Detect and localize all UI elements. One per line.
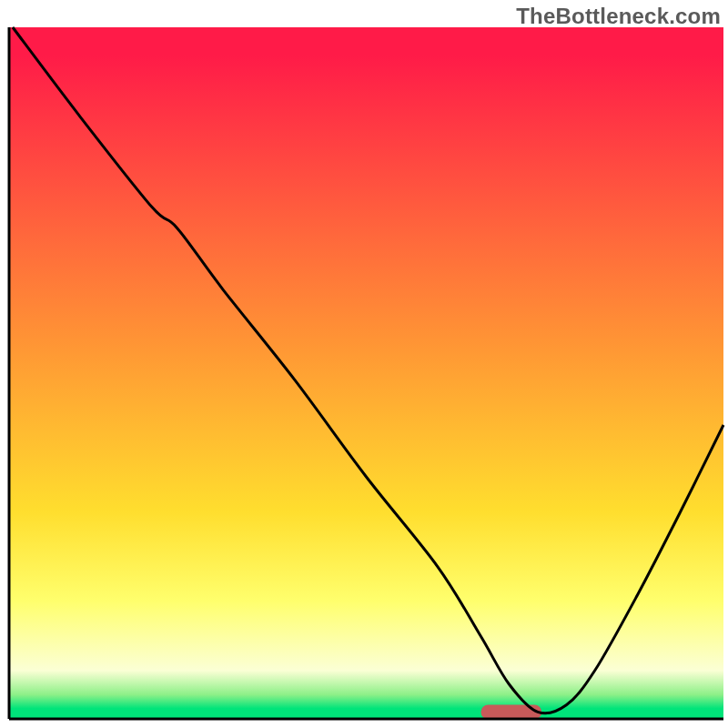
chart-stage: TheBottleneck.com bbox=[0, 0, 728, 728]
bottleneck-chart bbox=[0, 0, 728, 728]
watermark-text: TheBottleneck.com bbox=[516, 4, 721, 29]
plot-area bbox=[9, 27, 723, 719]
gradient-background bbox=[9, 27, 723, 719]
optimal-marker bbox=[480, 704, 541, 719]
